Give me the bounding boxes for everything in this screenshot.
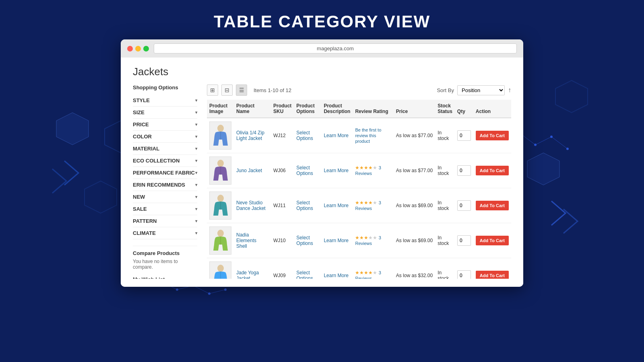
product-qty-4 xyxy=(455,258,473,279)
filter-climate-chevron: ▾ xyxy=(195,231,197,235)
filter-eco-collection[interactable]: ECO COLLECTION ▾ xyxy=(133,155,197,167)
product-table-container: ProductImage ProductName ProductSKU Prod… xyxy=(207,100,511,279)
qty-input-1[interactable] xyxy=(457,165,471,176)
learn-more-link-1[interactable]: Learn More xyxy=(324,168,348,173)
address-bar[interactable]: mageplaza.com xyxy=(154,43,517,53)
product-image-2 xyxy=(207,188,234,223)
filter-size[interactable]: SIZE ▾ xyxy=(133,107,197,119)
product-name-link-0[interactable]: Olivia 1/4 Zip Light Jacket xyxy=(236,130,264,141)
view-grid3-button[interactable]: ⊞ xyxy=(207,84,218,96)
col-header-sku: ProductSKU xyxy=(271,100,294,118)
qty-input-3[interactable] xyxy=(457,235,471,246)
filter-sale[interactable]: SALE ▾ xyxy=(133,203,197,215)
product-name-link-2[interactable]: Neve Studio Dance Jacket xyxy=(236,200,266,211)
filter-pattern[interactable]: PATTERN ▾ xyxy=(133,215,197,227)
learn-more-link-4[interactable]: Learn More xyxy=(324,273,348,278)
filter-sale-chevron: ▾ xyxy=(195,207,197,211)
filter-performance-fabric[interactable]: PERFORMANCE FABRIC ▾ xyxy=(133,167,197,179)
sort-select[interactable]: Position Product Name Price xyxy=(457,85,505,95)
svg-line-19 xyxy=(535,137,551,145)
filter-size-label: SIZE xyxy=(133,109,144,115)
product-image-4 xyxy=(207,258,234,279)
filter-eco-collection-chevron: ▾ xyxy=(195,158,197,163)
product-name-2: Neve Studio Dance Jacket xyxy=(234,188,271,223)
filter-style[interactable]: STYLE ▾ xyxy=(133,95,197,107)
select-options-link-4[interactable]: Select Options xyxy=(296,270,319,279)
svg-marker-21 xyxy=(555,80,588,113)
product-rating-0: Be the first to review this product xyxy=(353,118,393,153)
product-price-1: As low as $77.00 xyxy=(394,153,435,188)
product-name-0: Olivia 1/4 Zip Light Jacket xyxy=(234,118,271,153)
traffic-light-yellow[interactable] xyxy=(135,46,141,51)
table-row: Neve Studio Dance JacketWJ11Select Optio… xyxy=(207,188,511,223)
product-name-link-1[interactable]: Juno Jacket xyxy=(236,168,262,173)
svg-marker-22 xyxy=(527,153,559,185)
learn-more-link-2[interactable]: Learn More xyxy=(324,203,348,208)
add-to-cart-button-4[interactable]: Add To Cart xyxy=(476,271,509,279)
select-options-link-0[interactable]: Select Options xyxy=(296,130,319,141)
traffic-light-red[interactable] xyxy=(127,46,133,51)
product-qty-0 xyxy=(455,118,473,153)
product-options-0: Select Options xyxy=(294,118,321,153)
product-name-3: Nadia Elements Shell xyxy=(234,223,271,258)
filter-erin-recommends-chevron: ▾ xyxy=(195,183,197,187)
filter-price[interactable]: PRICE ▾ xyxy=(133,119,197,131)
product-options-1: Select Options xyxy=(294,153,321,188)
svg-point-27 xyxy=(217,195,224,202)
filter-new[interactable]: NEW ▾ xyxy=(133,191,197,203)
add-to-cart-button-0[interactable]: Add To Cart xyxy=(476,131,509,140)
filter-climate[interactable]: CLIMATE ▾ xyxy=(133,227,197,239)
qty-input-2[interactable] xyxy=(457,200,471,211)
traffic-light-green[interactable] xyxy=(143,46,149,51)
filter-erin-recommends-label: ERIN RECOMMENDS xyxy=(133,182,185,188)
sort-direction-button[interactable]: ↑ xyxy=(508,86,511,94)
filter-material-chevron: ▾ xyxy=(195,146,197,151)
product-name-1: Juno Jacket xyxy=(234,153,271,188)
svg-marker-1 xyxy=(85,181,117,213)
qty-input-4[interactable] xyxy=(457,270,471,279)
product-name-4: Jade Yoga Jacket xyxy=(234,258,271,279)
filter-performance-fabric-chevron: ▾ xyxy=(195,171,197,175)
svg-point-16 xyxy=(566,148,569,150)
col-header-options: ProductOptions xyxy=(294,100,321,118)
svg-point-25 xyxy=(217,160,224,167)
filter-erin-recommends[interactable]: ERIN RECOMMENDS ▾ xyxy=(133,179,197,191)
add-to-cart-button-3[interactable]: Add To Cart xyxy=(476,236,509,245)
product-name-link-3[interactable]: Nadia Elements Shell xyxy=(236,232,256,249)
shopping-options-title: Shopping Options xyxy=(133,84,197,90)
browser-content: Jackets Shopping Options STYLE ▾ SIZE ▾ … xyxy=(121,58,523,287)
product-stock-0: Instock xyxy=(435,118,455,153)
learn-more-link-3[interactable]: Learn More xyxy=(324,238,348,243)
qty-input-0[interactable] xyxy=(457,130,471,141)
filter-material[interactable]: MATERIAL ▾ xyxy=(133,143,197,155)
filter-pattern-label: PATTERN xyxy=(133,218,157,224)
add-to-cart-button-2[interactable]: Add To Cart xyxy=(476,201,509,210)
product-qty-2 xyxy=(455,188,473,223)
product-image-1 xyxy=(207,153,234,188)
filter-climate-label: CLIMATE xyxy=(133,230,156,236)
view-list-button[interactable]: ☰ xyxy=(236,84,247,96)
product-rating-1: ★★★★★ 3 Reviews xyxy=(353,153,393,188)
add-to-cart-button-1[interactable]: Add To Cart xyxy=(476,166,509,175)
select-options-link-2[interactable]: Select Options xyxy=(296,200,319,211)
filter-color-chevron: ▾ xyxy=(195,134,197,139)
toolbar-right: Sort By Position Product Name Price ↑ xyxy=(437,85,511,95)
svg-point-29 xyxy=(217,230,224,237)
filter-pattern-chevron: ▾ xyxy=(195,219,197,223)
product-price-2: As low as $69.00 xyxy=(394,188,435,223)
col-header-price: Price xyxy=(394,100,435,118)
svg-point-6 xyxy=(208,292,211,295)
select-options-link-3[interactable]: Select Options xyxy=(296,235,319,246)
product-name-link-4[interactable]: Jade Yoga Jacket xyxy=(236,270,259,279)
product-stock-2: Instock xyxy=(435,188,455,223)
learn-more-link-0[interactable]: Learn More xyxy=(324,133,348,138)
product-description-0: Learn More xyxy=(321,118,353,153)
svg-marker-2 xyxy=(56,113,89,145)
select-options-link-1[interactable]: Select Options xyxy=(296,165,319,176)
filter-color[interactable]: COLOR ▾ xyxy=(133,131,197,143)
be-first-review-link-0[interactable]: Be the first to review this product xyxy=(355,128,381,144)
toolbar: ⊞ ⊟ ☰ Items 1-10 of 12 Sort By Position … xyxy=(207,84,511,96)
category-title: Jackets xyxy=(133,66,511,78)
product-action-4: Add To Cart xyxy=(473,258,511,279)
view-grid2-button[interactable]: ⊟ xyxy=(221,84,233,96)
